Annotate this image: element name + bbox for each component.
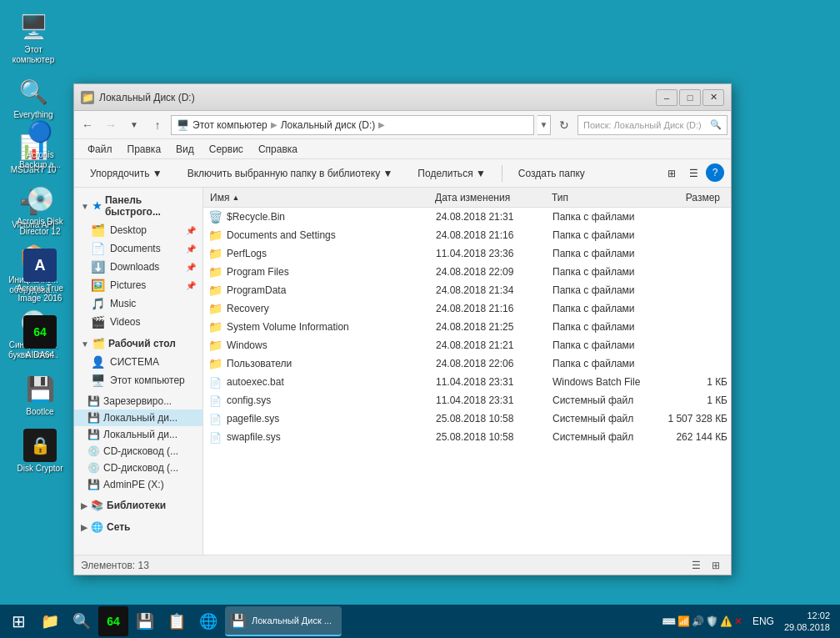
recent-locations-button[interactable]: ▼ (124, 115, 144, 135)
forward-button[interactable]: → (101, 115, 121, 135)
file-row[interactable]: 📁 Documents and Settings 24.08.2018 21:1… (203, 226, 731, 244)
libraries-header[interactable]: ▶ 📚 Библиотеки (74, 496, 202, 515)
sidebar-drive-adminpe[interactable]: 💾 AdminPE (X:) (74, 476, 202, 493)
taskbar-explorer-window[interactable]: 💾 Локальный Диск ... (225, 606, 342, 636)
address-bar[interactable]: 🖥️ Этот компьютер ▶ Локальный диск (D:) … (171, 115, 534, 135)
title-bar: 📁 Локальный Диск (D:) – □ ✕ (74, 84, 731, 111)
taskbar-network[interactable]: 🌐 (193, 606, 223, 636)
menu-service[interactable]: Сервис (202, 142, 250, 157)
desktop-icon-my-computer[interactable]: 🖥️ Этоткомпьютер (3, 7, 63, 68)
network-tray-icon[interactable]: 📶 (678, 615, 690, 627)
column-name-header[interactable]: Имя ▲ (207, 192, 432, 203)
sidebar-drive-cd1[interactable]: 💿 CD-дисковод (... (74, 443, 202, 460)
network-label: Сеть (107, 521, 130, 533)
close-button[interactable]: ✕ (702, 89, 724, 106)
downloads-icon: ⬇️ (91, 260, 105, 274)
view-list-button[interactable]: ☰ (683, 163, 704, 183)
start-button[interactable]: ⊞ (3, 606, 33, 636)
file-row[interactable]: 🗑️ $Recycle.Bin 24.08.2018 21:31 Папка с… (203, 208, 731, 226)
share-button[interactable]: Поделиться ▼ (408, 163, 494, 183)
breadcrumb-drive: Локальный диск (D:) (281, 119, 376, 131)
language-indicator[interactable]: ENG (749, 615, 778, 627)
network-header[interactable]: ▶ 🌐 Сеть (74, 518, 202, 536)
desktop-icon-acronis-disk[interactable]: 💿 Acronis DiskDirector 12 (10, 178, 70, 240)
minimize-button[interactable]: – (656, 89, 678, 106)
collapse-icon: ▶ (81, 523, 88, 532)
organize-button[interactable]: Упорядочить ▼ (81, 163, 172, 183)
refresh-button[interactable]: ↻ (554, 115, 574, 135)
sidebar-this-computer[interactable]: 🖥️ Этот компьютер (74, 371, 202, 389)
window-title: Локальный Диск (D:) (99, 92, 656, 103)
taskbar-search[interactable]: 🔍 (67, 606, 97, 636)
pin-icon: 📌 (186, 281, 196, 290)
include-library-button[interactable]: Включить выбранную папку в библиотеку ▼ (178, 163, 402, 183)
file-row[interactable]: 📁 Program Files 24.08.2018 22:09 Папка с… (203, 263, 731, 281)
desktop-header[interactable]: ▼ 🗂️ Рабочий стол (74, 334, 202, 353)
quick-access-label: Панель быстрого... (105, 194, 196, 218)
large-icons-view-button[interactable]: ⊞ (708, 558, 724, 573)
back-button[interactable]: ← (78, 115, 98, 135)
sidebar-desktop[interactable]: 🗂️ Desktop 📌 (74, 221, 202, 239)
navigation-bar: ← → ▼ ↑ 🖥️ Этот компьютер ▶ Локальный ди… (74, 111, 731, 139)
collapse-icon: ▶ (81, 501, 88, 510)
column-type-header[interactable]: Тип (548, 192, 648, 203)
desktop-icon-acronis-backup[interactable]: 🔵 AcronisBackup а... (10, 112, 70, 173)
file-row[interactable]: 📁 PerfLogs 11.04.2018 23:36 Папка с файл… (203, 244, 731, 263)
menu-help[interactable]: Справка (252, 142, 304, 157)
desktop-icon-acronis-image[interactable]: A Acronis TrueImage 2016 (10, 245, 70, 307)
sound-tray-icon[interactable]: 🔊 (692, 615, 704, 627)
desktop-icon-disk-cryptor[interactable]: 🔒 Disk Cryptor (10, 425, 70, 477)
file-row[interactable]: 📄 autoexec.bat 11.04.2018 23:31 Windows … (203, 373, 731, 391)
column-size-header[interactable]: Размер (648, 192, 723, 203)
sidebar-videos[interactable]: 🎬 Videos (74, 313, 202, 331)
menu-edit[interactable]: Правка (121, 142, 168, 157)
sidebar-drive-reserved[interactable]: 💾 Зарезервиро... (74, 393, 202, 409)
update-tray-icon[interactable]: ✕ (734, 615, 742, 627)
menu-view[interactable]: Вид (169, 142, 201, 157)
window-controls: – □ ✕ (656, 89, 724, 106)
keyboard-tray-icon[interactable]: ⌨️ (662, 615, 676, 628)
desktop-icon-bootice[interactable]: 💾 Bootlce (10, 369, 70, 420)
file-row[interactable]: 📄 swapfile.sys 25.08.2018 10:58 Системны… (203, 428, 731, 446)
system-clock[interactable]: 12:02 29.08.2018 (781, 610, 833, 634)
help-button[interactable]: ? (706, 163, 724, 182)
file-row[interactable]: 📄 pagefile.sys 25.08.2018 10:58 Системны… (203, 409, 731, 428)
sidebar-sistema[interactable]: 👤 СИСТЕМА (74, 353, 202, 371)
antivirus-tray-icon[interactable]: 🛡️ (706, 615, 718, 627)
menu-file[interactable]: Файл (81, 142, 119, 157)
details-view-button[interactable]: ☰ (688, 558, 704, 573)
maximize-button[interactable]: □ (679, 89, 701, 106)
file-row[interactable]: 📁 System Volume Information 24.08.2018 2… (203, 318, 731, 336)
taskbar-usb[interactable]: 💾 (130, 606, 160, 636)
warning-tray-icon[interactable]: ⚠️ (720, 615, 732, 627)
up-button[interactable]: ↑ (148, 115, 168, 135)
status-text: Элементов: 13 (81, 560, 149, 571)
new-folder-button[interactable]: Создать папку (509, 163, 594, 183)
menu-bar: Файл Правка Вид Сервис Справка (74, 139, 731, 159)
taskbar-aida[interactable]: 64 (98, 606, 128, 636)
bat-file-icon: 📄 (207, 375, 223, 389)
column-date-header[interactable]: Дата изменения (432, 192, 548, 203)
search-box[interactable]: Поиск: Локальный Диск (D:) 🔍 (578, 115, 728, 135)
sidebar-drive-cd2[interactable]: 💿 CD-дисковод (... (74, 460, 202, 476)
quick-access-header[interactable]: ▼ ★ Панель быстрого... (74, 191, 202, 221)
sidebar-music[interactable]: 🎵 Music (74, 294, 202, 313)
sidebar-documents[interactable]: 📄 Documents 📌 (74, 239, 202, 258)
address-dropdown[interactable]: ▼ (538, 115, 551, 135)
file-row[interactable]: 📄 config.sys 11.04.2018 23:31 Системный … (203, 391, 731, 409)
sidebar-drive-local-e[interactable]: 💾 Локальный ди... (74, 426, 202, 443)
taskbar-file-explorer[interactable]: 📁 (35, 606, 65, 636)
view-details-button[interactable]: ⊞ (662, 163, 682, 183)
pin-icon: 📌 (186, 226, 196, 235)
sidebar-pictures[interactable]: 🖼️ Pictures 📌 (74, 276, 202, 294)
taskbar-app5[interactable]: 📋 (162, 606, 192, 636)
window-icon: 📁 (81, 91, 94, 104)
file-row[interactable]: 📁 Windows 24.08.2018 21:21 Папка с файла… (203, 336, 731, 354)
desktop-icon-aida64[interactable]: 64 AIDA64 (10, 312, 70, 364)
sidebar-drive-local-d[interactable]: 💾 Локальный ди... (74, 409, 202, 426)
sidebar-downloads[interactable]: ⬇️ Downloads 📌 (74, 258, 202, 276)
taskbar-window-label: Локальный Диск ... (252, 615, 332, 625)
file-row[interactable]: 📁 Recovery 24.08.2018 21:16 Папка с файл… (203, 299, 731, 318)
file-row[interactable]: 📁 Пользователи 24.08.2018 22:06 Папка с … (203, 354, 731, 373)
file-row[interactable]: 📁 ProgramData 24.08.2018 21:34 Папка с ф… (203, 281, 731, 299)
